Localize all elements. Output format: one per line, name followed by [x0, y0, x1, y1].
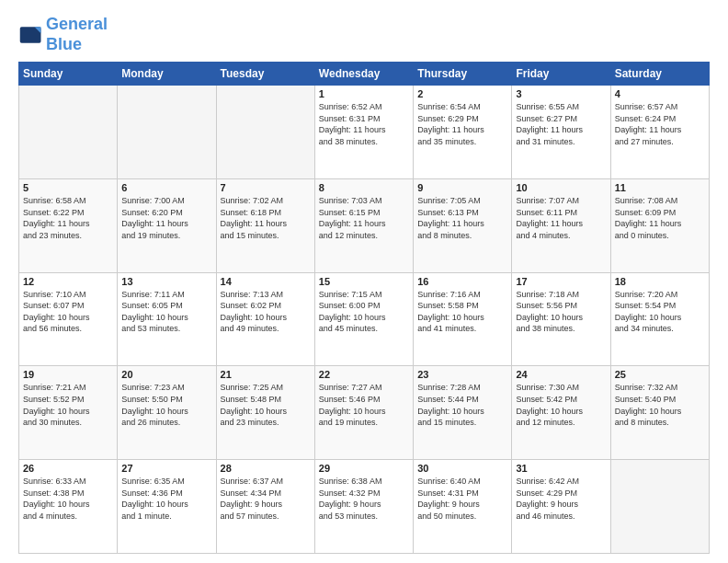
day-number: 21 — [221, 369, 311, 380]
day-info: Sunrise: 7:32 AMSunset: 5:40 PMDaylight:… — [615, 382, 705, 428]
day-info: Sunrise: 6:37 AMSunset: 4:34 PMDaylight:… — [221, 476, 311, 522]
day-info: Sunrise: 7:02 AMSunset: 6:18 PMDaylight:… — [221, 195, 311, 241]
day-info: Sunrise: 7:25 AMSunset: 5:48 PMDaylight:… — [221, 382, 311, 428]
day-number: 31 — [516, 463, 606, 474]
calendar-cell: 27Sunrise: 6:35 AMSunset: 4:36 PMDayligh… — [118, 460, 216, 554]
day-number: 28 — [221, 463, 311, 474]
day-info: Sunrise: 7:05 AMSunset: 6:13 PMDaylight:… — [417, 195, 507, 241]
calendar-week-2: 5Sunrise: 6:58 AMSunset: 6:22 PMDaylight… — [19, 178, 710, 272]
calendar-cell: 11Sunrise: 7:08 AMSunset: 6:09 PMDayligh… — [610, 178, 709, 272]
day-number: 8 — [319, 182, 409, 193]
day-number: 14 — [221, 276, 311, 287]
day-number: 23 — [417, 369, 507, 380]
calendar-cell: 7Sunrise: 7:02 AMSunset: 6:18 PMDaylight… — [216, 178, 314, 272]
day-number: 27 — [121, 463, 211, 474]
calendar-cell: 12Sunrise: 7:10 AMSunset: 6:07 PMDayligh… — [19, 272, 118, 366]
day-info: Sunrise: 7:07 AMSunset: 6:11 PMDaylight:… — [516, 195, 606, 241]
logo-text: General Blue — [46, 15, 108, 54]
calendar-cell: 20Sunrise: 7:23 AMSunset: 5:50 PMDayligh… — [118, 366, 216, 460]
calendar-header-saturday: Saturday — [610, 63, 709, 86]
day-number: 15 — [319, 276, 409, 287]
calendar-cell: 29Sunrise: 6:38 AMSunset: 4:32 PMDayligh… — [314, 460, 413, 554]
day-info: Sunrise: 6:35 AMSunset: 4:36 PMDaylight:… — [121, 476, 211, 522]
day-info: Sunrise: 7:03 AMSunset: 6:15 PMDaylight:… — [319, 195, 409, 241]
calendar-cell: 8Sunrise: 7:03 AMSunset: 6:15 PMDaylight… — [314, 178, 413, 272]
page: General Blue SundayMondayTuesdayWednesda… — [0, 0, 728, 563]
day-info: Sunrise: 7:18 AMSunset: 5:56 PMDaylight:… — [516, 289, 606, 335]
day-number: 5 — [23, 182, 113, 193]
calendar-cell: 24Sunrise: 7:30 AMSunset: 5:42 PMDayligh… — [512, 366, 610, 460]
day-number: 9 — [417, 182, 507, 193]
calendar-cell: 18Sunrise: 7:20 AMSunset: 5:54 PMDayligh… — [610, 272, 709, 366]
day-number: 4 — [615, 88, 705, 99]
day-number: 18 — [615, 276, 705, 287]
calendar-week-5: 26Sunrise: 6:33 AMSunset: 4:38 PMDayligh… — [19, 460, 710, 554]
day-number: 30 — [417, 463, 507, 474]
calendar-cell: 10Sunrise: 7:07 AMSunset: 6:11 PMDayligh… — [512, 178, 610, 272]
day-number: 19 — [23, 369, 113, 380]
day-info: Sunrise: 7:13 AMSunset: 6:02 PMDaylight:… — [221, 289, 311, 335]
calendar-cell: 30Sunrise: 6:40 AMSunset: 4:31 PMDayligh… — [414, 460, 512, 554]
calendar-header-monday: Monday — [118, 63, 216, 86]
calendar-cell: 1Sunrise: 6:52 AMSunset: 6:31 PMDaylight… — [314, 86, 413, 179]
day-number: 20 — [121, 369, 211, 380]
day-info: Sunrise: 7:00 AMSunset: 6:20 PMDaylight:… — [121, 195, 211, 241]
calendar-header-row: SundayMondayTuesdayWednesdayThursdayFrid… — [19, 63, 710, 86]
calendar-cell: 13Sunrise: 7:11 AMSunset: 6:05 PMDayligh… — [118, 272, 216, 366]
logo-icon — [18, 22, 44, 48]
calendar-table: SundayMondayTuesdayWednesdayThursdayFrid… — [18, 62, 710, 554]
day-info: Sunrise: 7:27 AMSunset: 5:46 PMDaylight:… — [319, 382, 409, 428]
day-info: Sunrise: 6:57 AMSunset: 6:24 PMDaylight:… — [615, 101, 705, 147]
calendar-cell: 15Sunrise: 7:15 AMSunset: 6:00 PMDayligh… — [314, 272, 413, 366]
calendar-header-sunday: Sunday — [19, 63, 118, 86]
day-number: 6 — [121, 182, 211, 193]
calendar-cell — [118, 86, 216, 179]
day-number: 17 — [516, 276, 606, 287]
day-number: 29 — [319, 463, 409, 474]
day-info: Sunrise: 6:38 AMSunset: 4:32 PMDaylight:… — [319, 476, 409, 522]
calendar-cell: 23Sunrise: 7:28 AMSunset: 5:44 PMDayligh… — [414, 366, 512, 460]
calendar-cell: 26Sunrise: 6:33 AMSunset: 4:38 PMDayligh… — [19, 460, 118, 554]
calendar-week-4: 19Sunrise: 7:21 AMSunset: 5:52 PMDayligh… — [19, 366, 710, 460]
calendar-week-1: 1Sunrise: 6:52 AMSunset: 6:31 PMDaylight… — [19, 86, 710, 179]
calendar-header-wednesday: Wednesday — [314, 63, 413, 86]
day-number: 26 — [23, 463, 113, 474]
day-number: 2 — [417, 88, 507, 99]
calendar-cell: 9Sunrise: 7:05 AMSunset: 6:13 PMDaylight… — [414, 178, 512, 272]
calendar-cell: 3Sunrise: 6:55 AMSunset: 6:27 PMDaylight… — [512, 86, 610, 179]
calendar-cell: 16Sunrise: 7:16 AMSunset: 5:58 PMDayligh… — [414, 272, 512, 366]
day-info: Sunrise: 7:30 AMSunset: 5:42 PMDaylight:… — [516, 382, 606, 428]
calendar-cell: 5Sunrise: 6:58 AMSunset: 6:22 PMDaylight… — [19, 178, 118, 272]
day-number: 22 — [319, 369, 409, 380]
day-info: Sunrise: 6:42 AMSunset: 4:29 PMDaylight:… — [516, 476, 606, 522]
calendar-header-tuesday: Tuesday — [216, 63, 314, 86]
calendar-cell: 21Sunrise: 7:25 AMSunset: 5:48 PMDayligh… — [216, 366, 314, 460]
calendar-cell — [216, 86, 314, 179]
day-number: 13 — [121, 276, 211, 287]
day-info: Sunrise: 7:21 AMSunset: 5:52 PMDaylight:… — [23, 382, 113, 428]
day-info: Sunrise: 7:23 AMSunset: 5:50 PMDaylight:… — [121, 382, 211, 428]
calendar-cell: 17Sunrise: 7:18 AMSunset: 5:56 PMDayligh… — [512, 272, 610, 366]
calendar-cell: 22Sunrise: 7:27 AMSunset: 5:46 PMDayligh… — [314, 366, 413, 460]
calendar-cell: 2Sunrise: 6:54 AMSunset: 6:29 PMDaylight… — [414, 86, 512, 179]
day-info: Sunrise: 6:58 AMSunset: 6:22 PMDaylight:… — [23, 195, 113, 241]
day-info: Sunrise: 6:52 AMSunset: 6:31 PMDaylight:… — [319, 101, 409, 147]
calendar-cell: 19Sunrise: 7:21 AMSunset: 5:52 PMDayligh… — [19, 366, 118, 460]
day-info: Sunrise: 7:15 AMSunset: 6:00 PMDaylight:… — [319, 289, 409, 335]
day-number: 25 — [615, 369, 705, 380]
calendar-cell: 31Sunrise: 6:42 AMSunset: 4:29 PMDayligh… — [512, 460, 610, 554]
day-number: 12 — [23, 276, 113, 287]
day-info: Sunrise: 7:16 AMSunset: 5:58 PMDaylight:… — [417, 289, 507, 335]
day-info: Sunrise: 7:10 AMSunset: 6:07 PMDaylight:… — [23, 289, 113, 335]
calendar-header-friday: Friday — [512, 63, 610, 86]
day-info: Sunrise: 7:20 AMSunset: 5:54 PMDaylight:… — [615, 289, 705, 335]
day-number: 11 — [615, 182, 705, 193]
calendar-cell: 28Sunrise: 6:37 AMSunset: 4:34 PMDayligh… — [216, 460, 314, 554]
calendar-cell: 6Sunrise: 7:00 AMSunset: 6:20 PMDaylight… — [118, 178, 216, 272]
day-info: Sunrise: 6:33 AMSunset: 4:38 PMDaylight:… — [23, 476, 113, 522]
calendar-cell — [610, 460, 709, 554]
day-number: 10 — [516, 182, 606, 193]
day-info: Sunrise: 7:28 AMSunset: 5:44 PMDaylight:… — [417, 382, 507, 428]
day-info: Sunrise: 6:55 AMSunset: 6:27 PMDaylight:… — [516, 101, 606, 147]
calendar-header-thursday: Thursday — [414, 63, 512, 86]
